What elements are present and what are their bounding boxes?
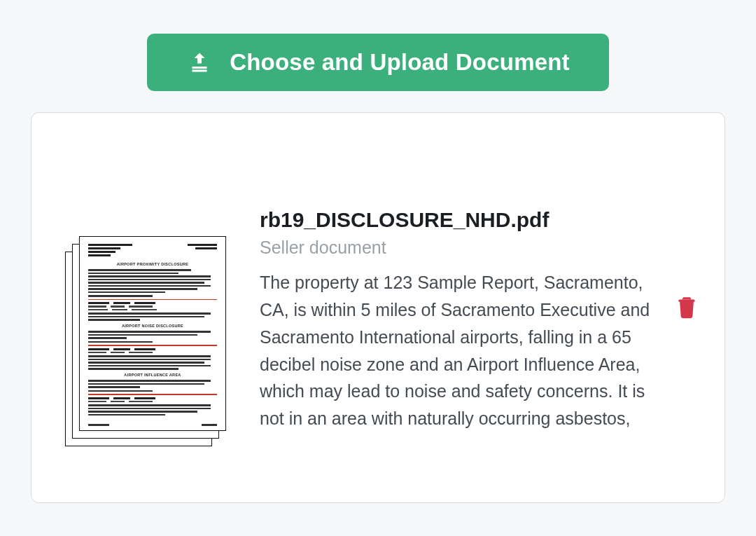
svg-rect-0: [678, 300, 694, 302]
document-description: The property at 123 Sample Report, Sacra…: [260, 269, 653, 432]
thumb-section-title-2: AIRPORT NOISE DISCLOSURE: [88, 324, 217, 329]
thumb-section-title-3: AIRPORT INFLUENCE AREA: [88, 373, 217, 378]
card-fade-overlay: [31, 460, 724, 502]
thumb-section-title-1: AIRPORT PROXIMITY DISCLOSURE: [88, 262, 217, 267]
delete-button[interactable]: [668, 289, 705, 327]
document-thumbnail: AIRPORT PROXIMITY DISCLOSURE AIRPORT NOI…: [65, 236, 226, 446]
document-details: rb19_DISCLOSURE_NHD.pdf Seller document …: [260, 208, 704, 432]
thumbnail-page-front: AIRPORT PROXIMITY DISCLOSURE AIRPORT NOI…: [79, 236, 226, 431]
upload-icon: [186, 49, 213, 76]
document-subtitle: Seller document: [260, 238, 653, 258]
trash-icon: [673, 312, 701, 323]
document-filename: rb19_DISCLOSURE_NHD.pdf: [260, 208, 653, 232]
document-card: AIRPORT PROXIMITY DISCLOSURE AIRPORT NOI…: [31, 112, 725, 503]
upload-button[interactable]: Choose and Upload Document: [147, 34, 609, 91]
upload-button-label: Choose and Upload Document: [230, 49, 570, 76]
